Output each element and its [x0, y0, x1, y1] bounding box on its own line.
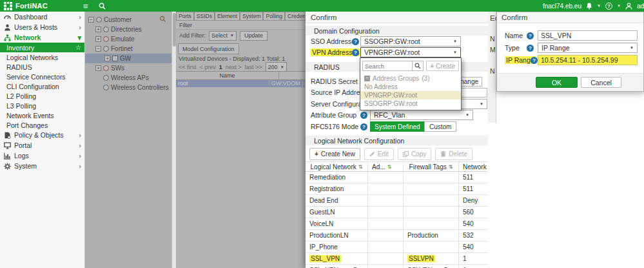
- tree-node-wireless-aps[interactable]: Wireless APs: [85, 73, 171, 83]
- next-page-link[interactable]: next >: [226, 64, 242, 70]
- help-icon[interactable]: ?: [527, 45, 534, 52]
- tab-credentials[interactable]: Credentials: [285, 12, 305, 20]
- tree-node-customer[interactable]: − Customer: [85, 15, 171, 25]
- address-groups-group-header[interactable]: − Address Groups (3): [360, 74, 461, 83]
- tab-polling[interactable]: Polling: [263, 12, 285, 20]
- logical-network-column-header[interactable]: Logical Network ⇅: [306, 162, 368, 171]
- sidebar-item-inventory[interactable]: Inventory ☆: [0, 43, 84, 52]
- sidebar-item-port-changes[interactable]: Port Changes: [0, 120, 84, 130]
- filter-select[interactable]: Select ▼: [209, 31, 237, 41]
- user-icon[interactable]: [625, 3, 632, 10]
- collapse-icon[interactable]: −: [88, 17, 94, 23]
- network-access-column-header[interactable]: Network A: [459, 162, 489, 171]
- tree-node-wireless-controllers[interactable]: Wireless Controllers: [85, 83, 171, 92]
- ok-button[interactable]: OK: [536, 77, 578, 88]
- dropdown-option-no-address[interactable]: No Address: [360, 83, 461, 91]
- first-page-link[interactable]: << first: [179, 64, 197, 70]
- tree-node-fortinet[interactable]: − Fortinet: [85, 44, 171, 54]
- type-select[interactable]: IP Range ▼: [538, 43, 638, 53]
- dropdown-create-button[interactable]: + Create: [426, 61, 459, 71]
- help-icon[interactable]: ?: [352, 49, 359, 56]
- sidebar-item-service-connectors[interactable]: Service Connectors: [0, 72, 84, 81]
- edit-button[interactable]: Edit: [364, 148, 394, 160]
- tree-node-sws[interactable]: + SWs: [85, 63, 171, 73]
- tree-node-directories[interactable]: + Directories: [85, 25, 171, 34]
- table-row[interactable]: IP_Phone 540: [306, 242, 489, 253]
- copy-button[interactable]: Copy: [398, 148, 431, 160]
- expand-icon[interactable]: +: [95, 65, 101, 71]
- vpn-addresses-combobox[interactable]: VPNGRP:GW:root ▼: [360, 47, 461, 57]
- last-page-link[interactable]: last >>: [245, 64, 262, 70]
- device-table-row-root[interactable]: root GW:VDOM [ro: [176, 80, 305, 87]
- update-button[interactable]: Update: [240, 31, 268, 41]
- table-row[interactable]: ProductionLN Production 532: [306, 230, 489, 242]
- dropdown-option-ssogrp[interactable]: SSOGRP:GW:root: [360, 99, 461, 108]
- sidebar-item-network-events[interactable]: Network Events: [0, 110, 84, 120]
- dropdown-search-icon[interactable]: [412, 61, 424, 71]
- table-row[interactable]: Remediation 511: [306, 172, 489, 183]
- sidebar-item-radius[interactable]: RADIUS: [0, 62, 84, 72]
- help-icon[interactable]: ?: [527, 32, 534, 39]
- sidebar-item-l3-polling[interactable]: L3 Polling: [0, 101, 84, 110]
- tree-scrollbar[interactable]: [171, 12, 176, 268]
- delete-button[interactable]: Delete: [435, 148, 473, 160]
- ip-range-input[interactable]: [538, 55, 638, 65]
- tree-node-gw-selected[interactable]: + GW: [85, 54, 171, 63]
- tab-ports[interactable]: Ports: [176, 12, 194, 20]
- sidebar-item-logical-networks[interactable]: Logical Networks: [0, 52, 84, 62]
- table-row[interactable]: Dead End Deny: [306, 195, 489, 207]
- tree-node-emulate[interactable]: + Emulate: [85, 34, 171, 44]
- sidebar-item-system[interactable]: System ›: [0, 161, 84, 171]
- sidebar-item-users-hosts[interactable]: Users & Hosts ›: [0, 22, 84, 32]
- scrollbar-thumb[interactable]: [173, 13, 176, 46]
- help-menu-icon[interactable]: ?: [605, 3, 612, 10]
- help-icon[interactable]: ?: [352, 38, 359, 45]
- table-row[interactable]: VoiceLN 540: [306, 218, 489, 230]
- dropdown-search-input[interactable]: [362, 61, 412, 71]
- sidebar-item-dashboard[interactable]: Dashboard ›: [0, 12, 84, 22]
- dropdown-option-vpngrp-selected[interactable]: VPNGRP:GW:root: [360, 91, 461, 99]
- name-input[interactable]: [538, 30, 638, 41]
- expand-icon[interactable]: +: [104, 56, 110, 61]
- sidebar-item-l2-polling[interactable]: L2 Polling: [0, 91, 84, 101]
- tab-ssids[interactable]: SSIDs: [194, 12, 215, 20]
- adapter-column-header[interactable]: Ad... ⇅: [368, 162, 404, 171]
- help-icon[interactable]: ?: [360, 123, 367, 130]
- search-icon[interactable]: [99, 3, 106, 10]
- table-row[interactable]: Registration 511: [306, 183, 489, 195]
- table-row-ssl-vpn[interactable]: SSL_VPN SSLVPN 1: [306, 253, 489, 265]
- prev-page-link[interactable]: < prev: [200, 64, 216, 70]
- collapse-icon[interactable]: −: [95, 46, 101, 52]
- system-defined-toggle[interactable]: System Defined: [370, 121, 425, 132]
- table-row[interactable]: GuestLN 560: [306, 207, 489, 218]
- favorite-star-icon[interactable]: ☆: [75, 44, 81, 51]
- custom-toggle[interactable]: Custom: [424, 121, 456, 132]
- table-row[interactable]: SSL_VPN_nonCompliant SSLVPNnonC 1: [306, 265, 489, 268]
- firewall-tags-column-header[interactable]: Firewall Tags ⇅: [404, 162, 459, 171]
- notifications-caret-icon[interactable]: ▼: [597, 4, 601, 8]
- collapse-group-icon[interactable]: −: [364, 76, 370, 81]
- help-icon[interactable]: ?: [360, 112, 367, 119]
- name-column-header[interactable]: Name: [176, 72, 279, 79]
- page-size-select[interactable]: 200 ▼: [266, 62, 287, 72]
- sidebar-item-logs[interactable]: Logs ›: [0, 150, 84, 161]
- expand-icon[interactable]: +: [95, 36, 101, 42]
- expand-icon[interactable]: +: [95, 26, 101, 32]
- help-caret-icon[interactable]: ▼: [617, 4, 621, 8]
- sidebar-item-policy-objects[interactable]: Policy & Objects ›: [0, 130, 84, 140]
- model-configuration-tab[interactable]: Model Configuration: [178, 43, 239, 54]
- menu-toggle-icon[interactable]: ≡: [83, 2, 88, 10]
- tab-element[interactable]: Element: [215, 12, 240, 20]
- sidebar-item-cli-configuration[interactable]: CLI Configuration: [0, 81, 84, 91]
- sidebar-item-portal[interactable]: Portal ›: [0, 140, 84, 150]
- help-icon[interactable]: ?: [531, 57, 538, 64]
- tree-search-icon[interactable]: [159, 15, 166, 24]
- attribute-group-select[interactable]: RFC_Vlan ▼: [370, 110, 473, 120]
- sso-addresses-select[interactable]: SSOGRP:GW:root ▼: [360, 36, 461, 46]
- sidebar-item-network[interactable]: Network ▾: [0, 32, 84, 43]
- tab-system[interactable]: System: [240, 12, 263, 20]
- dashboard-gauge-icon: [4, 14, 11, 21]
- cancel-button[interactable]: Cancel: [581, 77, 621, 88]
- notifications-bell-icon[interactable]: [586, 3, 592, 10]
- create-new-button[interactable]: + Create New: [309, 148, 360, 160]
